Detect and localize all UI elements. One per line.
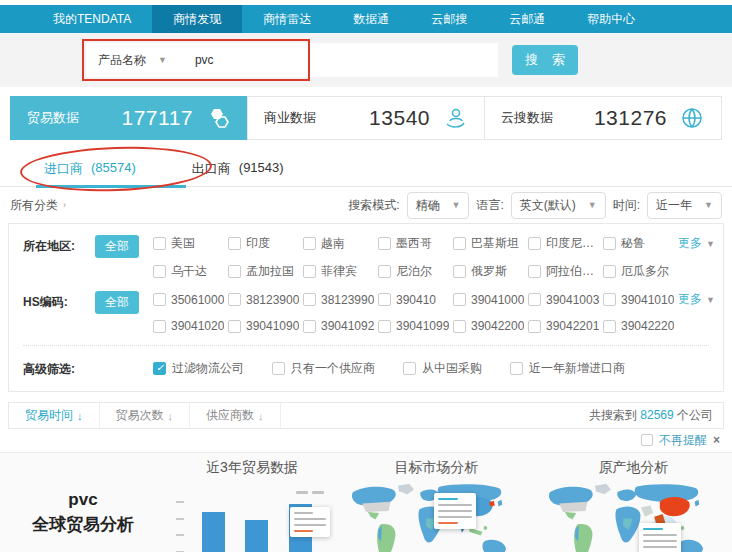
chevron-down-icon: ▼ xyxy=(158,55,167,65)
stat-trade-data[interactable]: 贸易数据 177117 xyxy=(10,96,248,140)
spacer xyxy=(95,358,153,378)
search-category-select[interactable]: 产品名称 ▼ xyxy=(86,43,179,77)
advanced-checkbox-buy-from-china[interactable]: 从中国采购 xyxy=(403,358,482,378)
target-market-block[interactable]: 目标市场分析 xyxy=(338,453,535,552)
checkbox-icon xyxy=(378,265,391,278)
stat-business-data[interactable]: 商业数据 13540 xyxy=(247,96,485,140)
tab-importer-count: (85574) xyxy=(91,160,136,178)
dont-remind-checkbox[interactable] xyxy=(641,434,653,446)
language-value: 英文(默认) xyxy=(520,197,576,214)
hs-checkbox[interactable]: 39042220 xyxy=(603,319,678,333)
region-checkbox[interactable]: 尼泊尔 xyxy=(378,263,453,280)
hs-checkbox[interactable]: 39041090 xyxy=(228,319,303,333)
time-label: 时间: xyxy=(613,197,640,214)
region-all-chip[interactable]: 全部 xyxy=(95,235,139,258)
nav-item-biz-discovery[interactable]: 商情发现 xyxy=(152,5,242,33)
hs-checkbox[interactable]: 39042201 xyxy=(528,319,603,333)
hs-checkbox[interactable]: 38123900 xyxy=(228,291,303,308)
region-checkbox[interactable]: 乌干达 xyxy=(153,263,228,280)
region-checkbox[interactable]: 印度 xyxy=(228,235,303,252)
hs-checkbox[interactable]: 35061000 xyxy=(153,291,228,308)
analysis-title: pvc 全球贸易分析 xyxy=(0,453,166,552)
nav-item-my-tendata[interactable]: 我的TENDATA xyxy=(32,5,152,33)
stat-value: 177117 xyxy=(121,106,193,130)
tab-exporter[interactable]: 出口商 (91543) xyxy=(192,160,284,178)
tab-importer-label: 进口商 xyxy=(44,160,83,178)
stat-cloud-search-data[interactable]: 云搜数据 131276 xyxy=(484,96,722,140)
search-mode-select[interactable]: 精确 ▼ xyxy=(407,192,470,219)
advanced-checkbox-new-importers[interactable]: 近一年新增进口商 xyxy=(510,358,625,378)
region-checkbox[interactable]: 巴基斯坦 xyxy=(453,235,528,252)
trade-chart-block[interactable]: 近3年贸易数据 xyxy=(166,453,338,552)
hs-checkbox[interactable]: 39041099 xyxy=(378,319,453,333)
region-checkbox[interactable]: 菲律宾 xyxy=(303,263,378,280)
search-input[interactable]: pvc xyxy=(179,53,214,67)
all-categories-link[interactable]: 所有分类 › xyxy=(10,197,66,214)
trade-chart-title: 近3年贸易数据 xyxy=(166,459,338,477)
region-checkbox[interactable]: 秘鲁 xyxy=(603,235,678,252)
advanced-checkbox-single-supplier[interactable]: 只有一个供应商 xyxy=(272,358,375,378)
sort-bar: 贸易时间↓ 贸易次数↓ 供应商数↓ 共搜索到 82569 个公司 xyxy=(8,402,724,429)
tooltip-line-highlight xyxy=(438,522,458,524)
region-checkbox[interactable]: 俄罗斯 xyxy=(453,263,528,280)
hs-checkbox[interactable]: 390410 xyxy=(378,291,453,308)
checkbox-checked-icon xyxy=(153,362,166,375)
region-checkbox[interactable]: 印度尼西亚 xyxy=(528,235,603,252)
nav-item-cloud-mail-search[interactable]: 云邮搜 xyxy=(410,5,488,33)
nav-item-help-center[interactable]: 帮助中心 xyxy=(566,5,656,33)
sort-by-supplier-count[interactable]: 供应商数↓ xyxy=(190,403,281,428)
region-more-link[interactable]: 更多▼ xyxy=(678,235,715,252)
tab-exporter-count: (91543) xyxy=(239,160,284,178)
checkbox-icon xyxy=(603,293,616,306)
advanced-filter-label: 高级筛选: xyxy=(23,358,95,378)
chevron-down-icon: ▼ xyxy=(704,200,713,210)
close-icon[interactable]: × xyxy=(713,433,720,447)
hs-checkbox[interactable]: 39041003 xyxy=(528,291,603,308)
search-bar: 产品名称 ▼ pvc xyxy=(86,43,498,77)
arrow-down-icon: ↓ xyxy=(168,410,174,422)
hs-checkbox[interactable]: 39041000 xyxy=(453,291,528,308)
stat-label: 云搜数据 xyxy=(501,109,553,127)
hs-checkbox[interactable]: 39041010 xyxy=(603,291,678,308)
hs-more-link[interactable]: 更多▼ xyxy=(678,291,715,308)
chart-legend xyxy=(296,491,324,494)
region-checkbox[interactable]: 越南 xyxy=(303,235,378,252)
tooltip-line-highlight xyxy=(294,530,313,532)
analysis-subtitle: 全球贸易分析 xyxy=(32,512,134,538)
region-checkbox[interactable]: 厄瓜多尔 xyxy=(603,263,678,280)
advanced-checkbox-filter-logistics[interactable]: 过滤物流公司 xyxy=(153,358,244,378)
region-checkbox[interactable]: 墨西哥 xyxy=(378,235,453,252)
sort-by-trade-time[interactable]: 贸易时间↓ xyxy=(9,403,100,428)
hs-checkbox[interactable]: 38123990 xyxy=(303,291,378,308)
tooltip-line xyxy=(294,518,326,520)
active-tab-underline xyxy=(36,185,186,188)
region-filter-label: 所在地区: xyxy=(23,235,95,280)
y-axis-ticks xyxy=(176,501,184,552)
checkbox-icon xyxy=(378,293,391,306)
region-options: 美国 印度 越南 墨西哥 巴基斯坦 印度尼西亚 秘鲁 更多▼ 乌干达 孟加拉国 … xyxy=(153,235,715,280)
nav-item-biz-radar[interactable]: 商情雷达 xyxy=(242,5,332,33)
checkbox-icon xyxy=(303,320,316,333)
hs-all-chip[interactable]: 全部 xyxy=(95,291,139,314)
region-checkbox[interactable]: 孟加拉国 xyxy=(228,263,303,280)
chevron-down-icon: ▼ xyxy=(706,239,715,249)
language-select[interactable]: 英文(默认) ▼ xyxy=(511,192,606,219)
origin-analysis-block[interactable]: 原产地分析 xyxy=(535,453,732,552)
global-trade-analysis-panel: pvc 全球贸易分析 近3年贸易数据 目标市场分析 xyxy=(0,452,732,552)
nav-item-data-tong[interactable]: 数据通 xyxy=(332,5,410,33)
hs-code-filter-label: HS编码: xyxy=(23,291,95,333)
sort-by-trade-count[interactable]: 贸易次数↓ xyxy=(100,403,191,428)
hs-checkbox[interactable]: 39041092 xyxy=(303,319,378,333)
nav-item-cloud-mail-tong[interactable]: 云邮通 xyxy=(488,5,566,33)
tab-importer[interactable]: 进口商 (85574) xyxy=(44,160,136,178)
world-map-origin xyxy=(535,481,732,552)
time-select[interactable]: 近一年 ▼ xyxy=(647,192,722,219)
region-checkbox[interactable]: 阿拉伯联合... xyxy=(528,263,603,280)
time-value: 近一年 xyxy=(656,197,692,214)
search-button[interactable]: 搜 索 xyxy=(512,45,578,75)
region-checkbox[interactable]: 美国 xyxy=(153,235,228,252)
hs-checkbox[interactable]: 39042200 xyxy=(453,319,528,333)
tooltip-line xyxy=(438,498,458,500)
hs-checkbox[interactable]: 39041020 xyxy=(153,319,228,333)
chevron-down-icon: ▼ xyxy=(706,295,715,305)
